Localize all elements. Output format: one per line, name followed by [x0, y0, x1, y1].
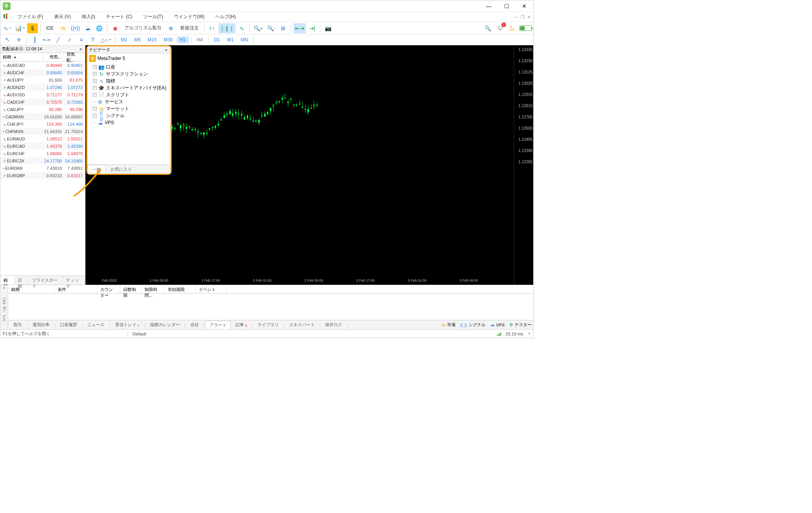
- vline-button[interactable]: ┃: [29, 35, 40, 45]
- toolbox-close[interactable]: ×: [3, 286, 5, 290]
- new-order-button[interactable]: 新規注文: [177, 25, 202, 31]
- menu-chart[interactable]: チャート (C): [101, 12, 138, 22]
- ide-button[interactable]: IDE: [43, 23, 57, 33]
- stop-icon[interactable]: ◉: [110, 23, 121, 33]
- toolbox-tab[interactable]: 取引: [10, 321, 26, 329]
- hline-button[interactable]: •─•: [41, 35, 52, 45]
- market-row-EURAUD[interactable]: EURAUD1.585121.58521: [0, 135, 85, 142]
- market-row-AUDNZD[interactable]: AUDNZD1.072461.07272: [0, 84, 85, 91]
- mw-tab-0[interactable]: 銘柄: [0, 276, 15, 285]
- level-icon[interactable]: ▲LVL: [507, 23, 518, 33]
- timeframe-H1[interactable]: H1: [177, 36, 189, 43]
- zoom-out-button[interactable]: 🔍-: [266, 23, 277, 33]
- cursor-button[interactable]: ↖: [2, 35, 13, 45]
- toolbox-tab[interactable]: 会社: [186, 321, 203, 329]
- toolbox-tab[interactable]: エキスパート: [285, 321, 319, 329]
- market-icon[interactable]: 🛍: [58, 23, 68, 33]
- nav-item[interactable]: +(( ))シグナル: [89, 112, 169, 119]
- toolbox-col[interactable]: 銘柄: [8, 285, 55, 293]
- market-row-CADJPY[interactable]: CADJPY90.28690.296: [0, 106, 85, 113]
- market-row-CHFJPY[interactable]: CHFJPY124.398124.408: [0, 120, 85, 128]
- new-order-icon[interactable]: ⊕: [165, 23, 176, 33]
- col-ask[interactable]: 買気配...: [64, 53, 85, 61]
- nav-tab-0[interactable]: 一般: [87, 165, 106, 174]
- menu-tool[interactable]: ツール(T): [138, 12, 168, 22]
- mw-tab-3[interactable]: ティック: [63, 276, 85, 285]
- timeframe-H4[interactable]: H4: [194, 36, 206, 43]
- expand-icon[interactable]: +: [93, 72, 97, 76]
- toolbox-tab[interactable]: 運用比率: [29, 321, 53, 329]
- algo-trading-button[interactable]: アルゴリズム取引: [121, 25, 165, 31]
- col-symbol[interactable]: 銘柄 ▲: [0, 53, 43, 61]
- timeframe-M30[interactable]: M30: [160, 36, 176, 43]
- toolbox-right-item[interactable]: ⚙テスター: [509, 322, 532, 328]
- mdi-restore[interactable]: ❐: [520, 14, 525, 20]
- toolbox-col[interactable]: 条件: [55, 285, 97, 293]
- toolbox-tab[interactable]: 受信トレイ 7: [111, 321, 143, 329]
- market-row-EURDKK[interactable]: EURDKK7.438107.43851: [0, 164, 85, 172]
- status-profile[interactable]: Default: [133, 332, 146, 336]
- toolbox-right-item[interactable]: ☁VPS: [490, 322, 505, 327]
- nav-item[interactable]: +📄スクリプト: [89, 91, 169, 98]
- expand-icon[interactable]: +: [93, 79, 97, 83]
- menu-help[interactable]: ヘルプ(H): [210, 12, 241, 22]
- toolbox-tab[interactable]: ニュース: [84, 321, 108, 329]
- nav-tab-1[interactable]: お気に入り: [106, 165, 136, 174]
- expand-icon[interactable]: +: [93, 107, 97, 111]
- toolbox-right-item[interactable]: 🛍市場: [441, 322, 455, 328]
- toolbox-col[interactable]: 制限時間...: [142, 285, 165, 293]
- profile-button[interactable]: 📊: [14, 23, 26, 33]
- nav-item[interactable]: +🎓エキスパートアドバイザ(EA): [89, 84, 169, 91]
- toolbox-tab[interactable]: 指標カレンダー: [146, 321, 184, 329]
- shift-button[interactable]: ⇥|: [307, 23, 317, 33]
- mdi-close[interactable]: ✕: [527, 14, 531, 20]
- maximize-button[interactable]: ☐: [498, 1, 515, 12]
- nav-item[interactable]: ⚙サービス: [89, 98, 169, 105]
- market-watch-close[interactable]: ×: [78, 47, 84, 51]
- toolbox-right-item[interactable]: (( ))シグナル: [460, 322, 486, 328]
- timeframe-M5[interactable]: M5: [131, 36, 144, 43]
- text-button[interactable]: T: [87, 35, 98, 45]
- autoscroll-button[interactable]: ⇤⇥: [293, 23, 306, 33]
- expand-icon[interactable]: +: [93, 114, 97, 118]
- navigator-tree[interactable]: 5 MetaTrader 5 +👥口座+↻サブスクリプション+∿指標+🎓エキスパ…: [87, 53, 171, 164]
- menu-view[interactable]: 表示 (V): [49, 12, 76, 22]
- fibo-button[interactable]: ≡: [76, 35, 87, 45]
- toolbox-tab[interactable]: 記事 3: [232, 321, 251, 329]
- zoom-in-button[interactable]: 🔍+: [252, 23, 265, 33]
- menu-insert[interactable]: 挿入(I): [76, 12, 101, 22]
- market-row-AUDCHF[interactable]: AUDCHF0.656450.65654: [0, 69, 85, 76]
- bell-icon[interactable]: 🗨1: [495, 23, 505, 33]
- menu-file[interactable]: ファイル (F): [12, 12, 49, 22]
- col-bid[interactable]: 売気...: [43, 53, 64, 61]
- toolbox-col[interactable]: 回数制限: [120, 285, 142, 293]
- timeframe-D1[interactable]: D1: [211, 36, 223, 43]
- market-row-EURCHF[interactable]: EURCHF1.040651.04070: [0, 150, 85, 157]
- menu-window[interactable]: ウインドウ(W): [169, 12, 210, 22]
- status-dropdown[interactable]: ▼: [528, 332, 531, 335]
- candle-chart-button[interactable]: ❘❙❘: [218, 23, 235, 33]
- bar-chart-button[interactable]: ⊦↑: [207, 23, 218, 33]
- signals-icon[interactable]: ((•)): [69, 23, 82, 33]
- navigator-close[interactable]: ×: [164, 48, 169, 52]
- timeframe-M15[interactable]: M15: [145, 36, 160, 43]
- toolbox-content[interactable]: [8, 294, 533, 320]
- crosshair-button[interactable]: ✛: [14, 35, 24, 45]
- grid-button[interactable]: ⊞: [278, 23, 288, 33]
- channel-button[interactable]: ⫽: [64, 35, 75, 45]
- toolbox-tab[interactable]: アラート: [205, 321, 231, 329]
- shapes-button[interactable]: △○: [99, 35, 113, 45]
- market-watch-body[interactable]: AUDCAD0.904480.90461AUDCHF0.656450.65654…: [0, 62, 85, 275]
- close-button[interactable]: ✕: [515, 1, 533, 12]
- mw-tab-2[interactable]: プライスボード: [29, 276, 63, 285]
- expand-icon[interactable]: +: [93, 86, 97, 90]
- toolbox-tab[interactable]: 操作ログ: [321, 321, 346, 329]
- expand-icon[interactable]: +: [93, 93, 97, 97]
- trendline-button[interactable]: ╱: [53, 35, 63, 45]
- minimize-button[interactable]: —: [480, 1, 498, 12]
- timeframe-MN[interactable]: MN: [238, 36, 251, 43]
- line-chart-button[interactable]: ∿: [236, 23, 247, 33]
- market-row-AUDJPY[interactable]: AUDJPY81.66981.675: [0, 76, 85, 84]
- timeframe-M1[interactable]: M1: [118, 36, 130, 43]
- mdi-minimize[interactable]: —: [513, 14, 518, 20]
